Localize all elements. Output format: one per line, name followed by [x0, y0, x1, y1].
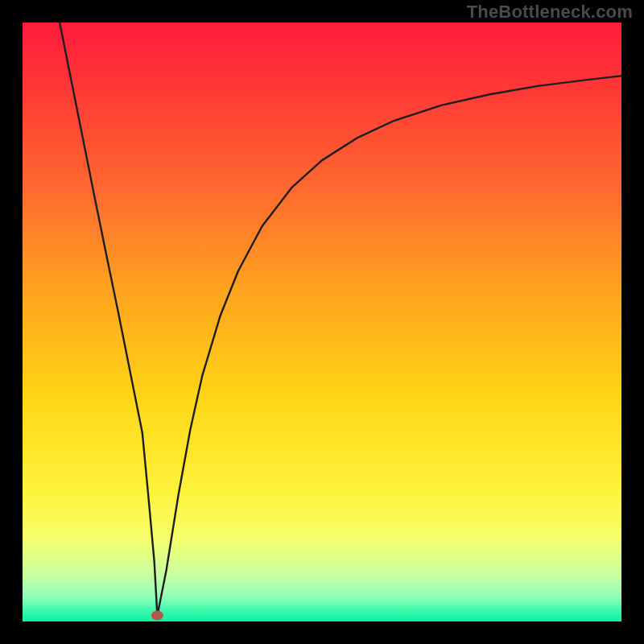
plot-area — [23, 23, 621, 621]
minimum-marker — [151, 611, 163, 621]
bottleneck-chart — [23, 23, 621, 621]
chart-frame: TheBottleneck.com — [0, 0, 644, 644]
gradient-rect — [23, 23, 621, 621]
watermark-text: TheBottleneck.com — [467, 2, 633, 23]
